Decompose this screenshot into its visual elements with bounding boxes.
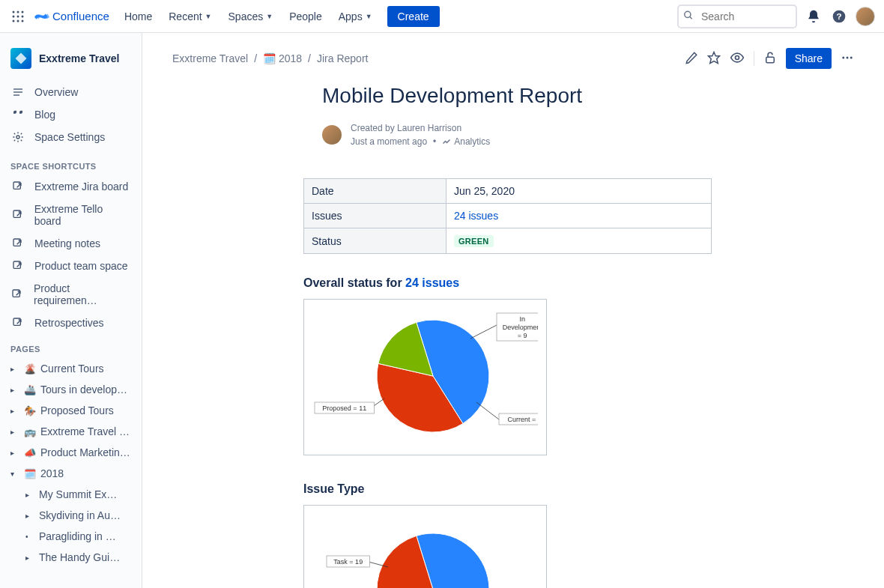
confluence-logo[interactable]: Confluence <box>34 9 109 24</box>
svg-point-5 <box>22 15 24 17</box>
tree-toggle-icon[interactable]: ▸ <box>25 554 34 562</box>
shortcut-icon <box>10 260 25 272</box>
topbar: Confluence Home Recent▼ Spaces▼ People A… <box>0 0 884 33</box>
svg-point-24 <box>735 55 739 59</box>
breadcrumb-sep: / <box>308 52 311 64</box>
tree-item-child[interactable]: ▸Skydiving in Aust… <box>0 505 142 526</box>
tree-toggle-icon: • <box>25 533 34 541</box>
author-avatar[interactable] <box>322 125 342 145</box>
overall-status-heading: Overall status for 24 issues <box>303 276 854 290</box>
sidebar-nav: Overview Blog Space Settings <box>0 78 142 151</box>
issues-label: Issues <box>304 204 446 228</box>
sidebar-blog[interactable]: Blog <box>0 103 142 126</box>
sidebar: Exxtreme Travel Overview Blog Space Sett… <box>0 33 142 588</box>
blog-icon <box>10 109 25 121</box>
shortcut-item[interactable]: Product requiremen… <box>0 277 142 312</box>
breadcrumb: Exxtreme Travel / 🗓️ 2018 / Jira Report <box>172 52 368 64</box>
tree-item[interactable]: ▾🗓️2018 <box>0 463 142 484</box>
shortcut-icon <box>10 209 25 221</box>
chevron-down-icon: ▼ <box>205 13 212 20</box>
tree-toggle-icon[interactable]: ▸ <box>10 386 19 394</box>
svg-text:= 9: = 9 <box>518 332 527 339</box>
svg-point-26 <box>842 56 844 58</box>
issues-link[interactable]: 24 issues <box>454 210 498 222</box>
tree-item[interactable]: ▸📣Product Marketin… <box>0 442 142 463</box>
svg-point-16 <box>16 136 19 139</box>
svg-marker-23 <box>708 52 719 63</box>
sidebar-overview[interactable]: Overview <box>0 81 142 103</box>
tree-toggle-icon[interactable]: ▸ <box>10 365 19 373</box>
svg-text:Task = 19: Task = 19 <box>333 558 363 566</box>
star-icon[interactable] <box>707 51 721 67</box>
shortcut-item[interactable]: Product team space <box>0 255 142 277</box>
tree-toggle-icon[interactable]: ▾ <box>10 470 19 478</box>
created-by: Created by Lauren Harrison <box>351 121 490 135</box>
tree-item[interactable]: ▸🌋Current Tours <box>0 358 142 379</box>
nav-recent[interactable]: Recent▼ <box>161 7 219 25</box>
tree-item[interactable]: ▸🏇Proposed Tours <box>0 400 142 421</box>
overview-icon <box>10 86 25 98</box>
shortcut-icon <box>10 288 25 300</box>
logo-text: Confluence <box>52 10 109 22</box>
pages-label: PAGES <box>0 334 142 358</box>
tree-toggle-icon[interactable]: ▸ <box>25 512 34 520</box>
nav-spaces[interactable]: Spaces▼ <box>221 7 281 25</box>
breadcrumb-space[interactable]: Exxtreme Travel <box>172 52 248 64</box>
tree-item-child[interactable]: ▸My Summit Exper… <box>0 484 142 505</box>
user-avatar[interactable] <box>856 7 875 26</box>
notifications-icon[interactable] <box>805 7 823 25</box>
help-icon[interactable]: ? <box>830 7 848 25</box>
tree-item[interactable]: ▸🚢Tours in develop… <box>0 379 142 400</box>
svg-point-1 <box>17 10 19 13</box>
tree-item-child[interactable]: ▸The Handy Guide… <box>0 547 142 568</box>
svg-point-2 <box>22 10 24 13</box>
tree-toggle-icon[interactable]: ▸ <box>10 407 19 415</box>
tree-toggle-icon[interactable]: ▸ <box>10 428 19 436</box>
topbar-left: Confluence Home Recent▼ Spaces▼ People A… <box>9 6 440 27</box>
nav-people[interactable]: People <box>282 7 330 25</box>
svg-point-7 <box>17 19 19 22</box>
gear-icon <box>10 131 25 143</box>
svg-text:Current = 4: Current = 4 <box>508 416 538 423</box>
svg-text:Proposed = 11: Proposed = 11 <box>322 404 366 412</box>
create-button[interactable]: Create <box>387 6 440 27</box>
breadcrumb-current[interactable]: Jira Report <box>317 52 368 64</box>
nav-home[interactable]: Home <box>117 7 160 25</box>
svg-rect-25 <box>766 57 774 63</box>
analytics-link[interactable]: Analytics <box>442 135 490 148</box>
tree-item[interactable]: ▸🚌Exxtreme Travel … <box>0 421 142 442</box>
space-header[interactable]: Exxtreme Travel <box>0 42 142 78</box>
tree-toggle-icon[interactable]: ▸ <box>25 491 34 499</box>
tree-item-child[interactable]: •Paragliding in Co… <box>0 526 142 547</box>
breadcrumb-parent[interactable]: 🗓️ 2018 <box>263 52 302 64</box>
app-switcher-icon[interactable] <box>9 7 27 25</box>
sidebar-space-settings[interactable]: Space Settings <box>0 126 142 148</box>
share-button[interactable]: Share <box>786 48 832 69</box>
edit-icon[interactable] <box>685 51 698 67</box>
svg-text:In: In <box>519 315 525 323</box>
timestamp: Just a moment ago <box>351 135 427 148</box>
search-box <box>677 4 797 28</box>
chevron-down-icon: ▼ <box>366 13 372 20</box>
pie-chart-1: InDevelopment= 9Current = 4Proposed = 11 <box>313 309 538 443</box>
svg-point-8 <box>22 19 24 22</box>
page-title: Mobile Development Report <box>322 84 854 108</box>
restrictions-icon[interactable] <box>763 51 777 67</box>
issue-type-chart: Task = 19 <box>303 505 547 588</box>
chevron-down-icon: ▼ <box>266 13 273 20</box>
svg-line-10 <box>690 16 692 19</box>
shortcut-item[interactable]: Meeting notes <box>0 232 142 255</box>
search-input[interactable] <box>677 4 797 28</box>
more-actions-icon[interactable] <box>841 51 854 67</box>
watch-icon[interactable] <box>730 50 745 67</box>
tree-toggle-icon[interactable]: ▸ <box>10 449 19 457</box>
shortcut-item[interactable]: Exxtreme Jira board <box>0 175 142 198</box>
shortcut-item[interactable]: Exxtreme Tello board <box>0 198 142 232</box>
space-avatar <box>10 48 31 69</box>
issues-count-link[interactable]: 24 issues <box>405 276 459 289</box>
svg-point-9 <box>685 11 691 17</box>
overall-status-chart: InDevelopment= 9Current = 4Proposed = 11 <box>303 299 547 455</box>
topbar-right: ? <box>677 4 875 28</box>
nav-apps[interactable]: Apps▼ <box>331 7 380 25</box>
shortcut-item[interactable]: Retrospectives <box>0 312 142 334</box>
